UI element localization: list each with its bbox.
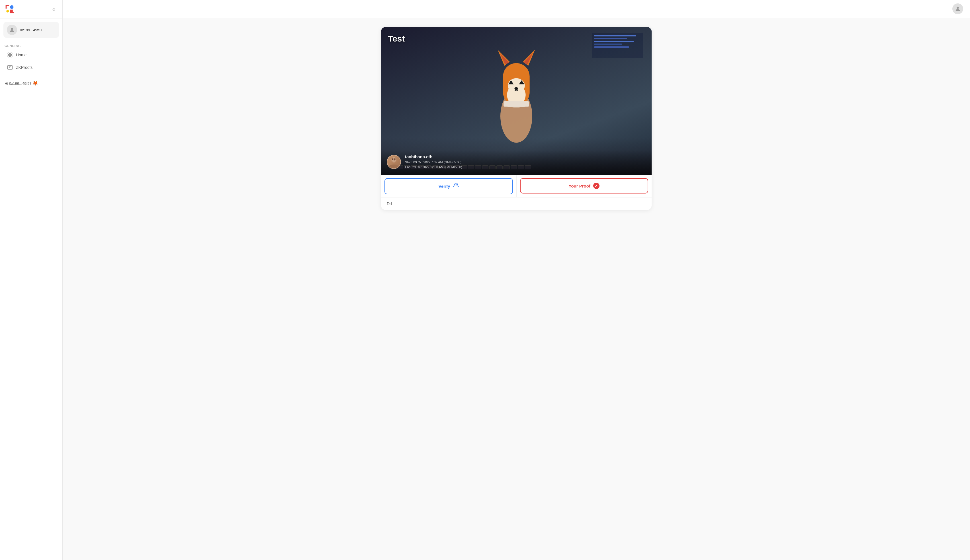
- svg-rect-5: [8, 53, 10, 55]
- sidebar-item-home-label: Home: [16, 53, 27, 57]
- greeting-text: Hi 0x199...49f57 🦊: [0, 74, 62, 86]
- home-icon: [7, 52, 13, 58]
- verify-icon: [453, 183, 459, 190]
- key: [468, 165, 474, 169]
- people-icon: [453, 183, 459, 188]
- key: [461, 165, 467, 169]
- verify-button-wrapper: Verify: [381, 175, 517, 197]
- verify-button[interactable]: Verify: [385, 178, 513, 194]
- svg-marker-1: [10, 10, 14, 13]
- fox-svg: [477, 35, 556, 144]
- sidebar-item-zkproofs[interactable]: ZKProofs: [2, 62, 60, 73]
- key: [440, 165, 446, 169]
- svg-point-12: [957, 7, 958, 9]
- card-actions: Verify Your Proof: [381, 175, 652, 197]
- key: [432, 165, 438, 169]
- user-avatar-sidebar: [7, 25, 17, 35]
- zkproofs-icon: [7, 64, 13, 70]
- svg-marker-18: [500, 53, 509, 64]
- card-image: Test tachib: [381, 27, 652, 175]
- check-circle-icon: ✓: [593, 183, 599, 189]
- key: [525, 165, 531, 169]
- key: [503, 165, 510, 169]
- keyboard-row: [390, 165, 531, 169]
- svg-point-31: [456, 183, 458, 185]
- key: [475, 165, 481, 169]
- sidebar-header: «: [0, 0, 62, 18]
- svg-point-2: [10, 5, 14, 9]
- key: [497, 165, 503, 169]
- key: [482, 165, 488, 169]
- greeting-emoji: 🦊: [32, 81, 38, 86]
- sidebar-item-zkproofs-label: ZKProofs: [16, 65, 32, 70]
- key: [518, 165, 524, 169]
- proof-card: Test tachib: [381, 27, 652, 210]
- logo-svg: [5, 4, 15, 14]
- home-svg: [7, 52, 13, 58]
- svg-point-4: [11, 28, 13, 30]
- sidebar-item-home[interactable]: Home: [2, 49, 60, 61]
- keyboard-keys: [390, 165, 643, 169]
- topbar: [63, 0, 970, 18]
- key: [397, 165, 403, 169]
- key: [404, 165, 410, 169]
- user-card[interactable]: 0x199...49f57: [3, 22, 59, 38]
- svg-rect-6: [10, 53, 12, 55]
- description-text: Dd: [387, 202, 392, 206]
- topbar-avatar-icon: [955, 6, 961, 12]
- card-description: Dd: [381, 197, 652, 210]
- key: [454, 165, 460, 169]
- svg-rect-8: [10, 55, 12, 57]
- key: [411, 165, 417, 169]
- general-section-label: GENERAL: [0, 41, 62, 49]
- your-proof-button-wrapper: Your Proof ✓: [517, 175, 652, 197]
- key: [489, 165, 495, 169]
- svg-rect-7: [8, 55, 10, 57]
- key: [425, 165, 431, 169]
- app-logo: [5, 4, 15, 14]
- sidebar: « 0x199...49f57 GENERAL Home: [0, 0, 63, 560]
- key: [418, 165, 424, 169]
- svg-marker-19: [523, 53, 533, 64]
- fox-illustration: [381, 27, 652, 152]
- key: [447, 165, 453, 169]
- your-proof-label: Your Proof: [569, 183, 590, 188]
- svg-point-23: [514, 87, 518, 90]
- your-proof-button[interactable]: Your Proof ✓: [520, 178, 649, 193]
- collapse-button[interactable]: «: [50, 5, 58, 13]
- topbar-user-avatar[interactable]: [952, 3, 963, 14]
- zkproofs-svg: [7, 65, 13, 70]
- verify-label: Verify: [438, 184, 450, 189]
- greeting-address: Hi 0x199...49f57: [5, 82, 32, 86]
- svg-point-3: [6, 10, 9, 13]
- svg-point-30: [455, 183, 456, 185]
- svg-rect-25: [503, 101, 529, 107]
- avatar-icon: [9, 27, 15, 33]
- main-content: Test tachib: [63, 0, 970, 560]
- user-address: 0x199...49f57: [20, 28, 42, 32]
- key: [390, 165, 396, 169]
- key: [511, 165, 517, 169]
- svg-marker-0: [6, 5, 9, 9]
